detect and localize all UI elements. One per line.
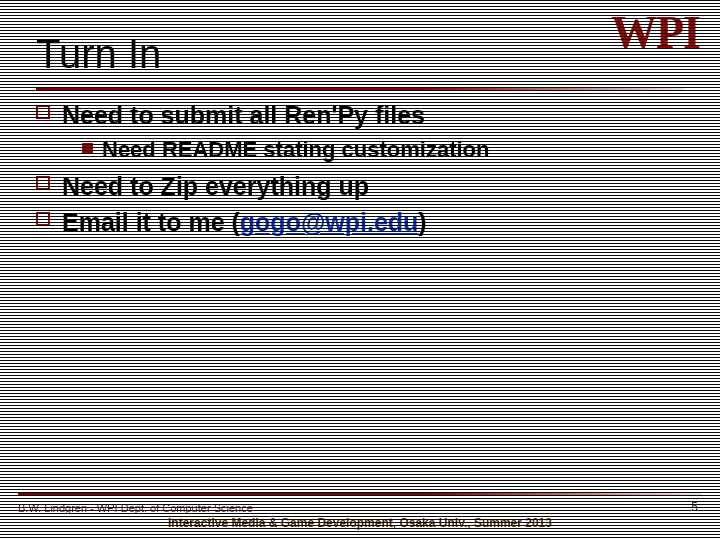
slide-title: Turn In bbox=[36, 32, 161, 77]
sub-bullet-item: Need README stating customization bbox=[36, 135, 684, 165]
email-link[interactable]: gogo@wpi.edu bbox=[240, 208, 419, 236]
slide: WPI Turn In Need to submit all Ren'Py fi… bbox=[0, 0, 720, 540]
bullet-item: Need to submit all Ren'Py files bbox=[36, 98, 684, 133]
bullet-text-suffix: ) bbox=[418, 208, 426, 236]
square-bullet-icon bbox=[36, 105, 50, 119]
footer-divider bbox=[18, 493, 702, 496]
wpi-logo: WPI bbox=[611, 6, 700, 59]
bullet-text: Need to submit all Ren'Py files bbox=[62, 101, 425, 129]
square-bullet-icon bbox=[36, 212, 50, 226]
square-bullet-icon bbox=[36, 176, 50, 190]
filled-square-bullet-icon bbox=[82, 143, 93, 154]
slide-body: Need to submit all Ren'Py files Need REA… bbox=[36, 98, 684, 242]
footer-left: B.W. Lindgren - WPI Dept. of Computer Sc… bbox=[18, 502, 253, 514]
bullet-item: Need to Zip everything up bbox=[36, 169, 684, 204]
bullet-item: Email it to me (gogo@wpi.edu) bbox=[36, 205, 684, 240]
bullet-text: Need to Zip everything up bbox=[62, 172, 369, 200]
bullet-text: Need README stating customization bbox=[102, 137, 489, 162]
footer-page-number: 5 bbox=[691, 500, 698, 514]
footer-center: Interactive Media & Game Development, Os… bbox=[0, 516, 720, 530]
bullet-text-prefix: Email it to me ( bbox=[62, 208, 240, 236]
title-divider bbox=[36, 88, 684, 91]
slide-content: WPI Turn In Need to submit all Ren'Py fi… bbox=[0, 0, 720, 540]
